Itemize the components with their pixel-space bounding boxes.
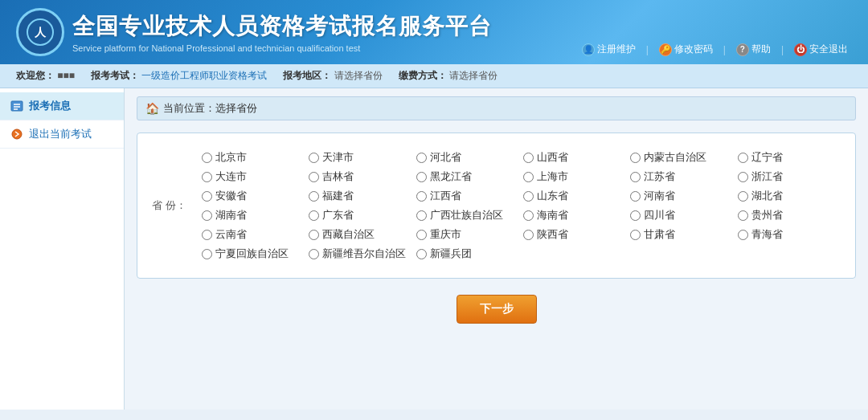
payment-info: 缴费方式： 请选择省份 [399,69,497,83]
province-name: 上海市 [537,169,568,184]
province-radio[interactable] [416,230,427,240]
province-name: 江苏省 [644,169,675,184]
province-radio[interactable] [523,153,534,163]
province-table: 省 份： 北京市天津市河北省山西省内蒙古自治区辽宁省大连市吉林省黑龙江省上海市江… [145,145,847,266]
exam-name-link[interactable]: 一级造价工程师职业资格考试 [141,70,267,81]
province-radio[interactable] [202,230,212,240]
header-title-cn: 全国专业技术人员资格考试报名服务平台 [72,11,492,42]
province-radio[interactable] [416,153,427,163]
province-item[interactable]: 天津市 [309,150,411,165]
province-radio[interactable] [309,210,319,221]
province-radio[interactable] [523,210,534,221]
province-item[interactable]: 湖北省 [738,189,841,203]
province-item[interactable]: 陕西省 [523,227,626,242]
province-item[interactable]: 新疆兵团 [416,247,519,261]
province-radio[interactable] [309,153,319,163]
header-right: 👤 注册维护 | 🔑 修改密码 | ? 帮助 | ⏻ 安全退出 [578,0,852,64]
province-radio[interactable] [738,230,748,240]
province-radio[interactable] [738,210,748,221]
province-radio[interactable] [202,153,212,163]
province-item[interactable]: 重庆市 [416,227,519,242]
province-radio[interactable] [202,172,212,182]
province-radio[interactable] [202,249,212,259]
province-name: 湖北省 [751,189,783,203]
province-item[interactable]: 山西省 [523,150,626,165]
province-name: 海南省 [537,208,568,222]
province-name: 山西省 [537,150,568,165]
province-item[interactable]: 辽宁省 [738,150,841,165]
province-item[interactable]: 大连市 [202,169,305,184]
province-name: 天津市 [322,150,354,165]
province-item[interactable]: 广东省 [309,208,411,222]
nav-divider-2: | [723,44,726,55]
province-radio[interactable] [630,191,641,202]
province-item[interactable]: 江苏省 [630,169,733,184]
province-radio[interactable] [630,153,641,163]
province-item[interactable]: 河北省 [416,150,519,165]
province-radio[interactable] [738,191,748,202]
province-item[interactable]: 西藏自治区 [309,227,411,242]
province-radio[interactable] [202,191,212,202]
change-password-button[interactable]: 🔑 修改密码 [655,41,717,58]
help-button[interactable]: ? 帮助 [732,41,775,58]
province-item[interactable]: 内蒙古自治区 [630,150,733,165]
province-name: 江西省 [430,189,461,203]
province-item[interactable]: 河南省 [630,189,733,203]
province-item[interactable]: 浙江省 [738,169,841,184]
btn-area: 下一步 [137,295,856,324]
province-radio[interactable] [630,230,641,240]
arrow-icon [10,128,24,140]
province-radio[interactable] [630,210,641,221]
province-item[interactable]: 湖南省 [202,208,305,222]
sidebar: 报考信息 退出当前考试 [0,88,125,410]
help-icon: ? [736,43,749,56]
province-item[interactable]: 江西省 [416,189,519,203]
logout-button[interactable]: ⏻ 安全退出 [790,41,852,58]
province-radio[interactable] [309,249,319,259]
header: 人 全国专业技术人员资格考试报名服务平台 Service platform fo… [0,0,868,64]
province-radio[interactable] [630,172,641,182]
province-item[interactable]: 广西壮族自治区 [416,208,519,222]
province-item[interactable]: 四川省 [630,208,733,222]
province-radio[interactable] [738,172,748,182]
province-radio[interactable] [202,210,212,221]
province-item[interactable]: 青海省 [738,227,841,242]
next-button[interactable]: 下一步 [457,295,537,324]
province-item[interactable]: 北京市 [202,150,305,165]
province-name: 新疆兵团 [430,247,472,261]
logout-icon: ⏻ [794,43,807,56]
province-item[interactable]: 福建省 [309,189,411,203]
province-name: 吉林省 [322,169,354,184]
register-button[interactable]: 👤 注册维护 [578,41,640,58]
province-radio[interactable] [416,210,427,221]
province-item[interactable]: 宁夏回族自治区 [202,247,305,261]
sidebar-item-exit-exam[interactable]: 退出当前考试 [0,120,124,149]
province-item[interactable]: 贵州省 [738,208,841,222]
province-item[interactable]: 安徽省 [202,189,305,203]
province-radio[interactable] [309,230,319,240]
provinces-grid: 北京市天津市河北省山西省内蒙古自治区辽宁省大连市吉林省黑龙江省上海市江苏省浙江省… [202,150,841,261]
province-radio[interactable] [309,172,319,182]
province-radio[interactable] [416,191,427,202]
province-radio[interactable] [309,191,319,202]
svg-point-6 [12,129,22,139]
province-radio[interactable] [738,153,748,163]
province-radio[interactable] [416,172,427,182]
province-item[interactable]: 上海市 [523,169,626,184]
province-name: 黑龙江省 [430,169,472,184]
sidebar-item-exam-info[interactable]: 报考信息 [0,92,124,120]
province-radio[interactable] [416,249,427,259]
province-radio[interactable] [523,191,534,202]
province-name: 大连市 [215,169,247,184]
province-item[interactable]: 新疆维吾尔自治区 [309,247,411,261]
province-item[interactable]: 云南省 [202,227,305,242]
province-radio[interactable] [523,172,534,182]
province-radio[interactable] [523,230,534,240]
province-item[interactable]: 山东省 [523,189,626,203]
province-name: 广东省 [322,208,354,222]
province-item[interactable]: 甘肃省 [630,227,733,242]
welcome-label: 欢迎您： ■■■ [16,69,75,83]
province-item[interactable]: 海南省 [523,208,626,222]
province-item[interactable]: 黑龙江省 [416,169,519,184]
province-item[interactable]: 吉林省 [309,169,411,184]
